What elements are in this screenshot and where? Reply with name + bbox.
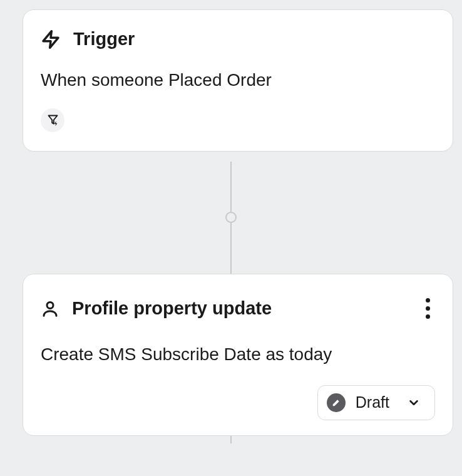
trigger-description: When someone Placed Order [41,68,435,92]
trigger-filter-badge[interactable] [41,108,64,132]
svg-marker-0 [43,31,58,48]
draft-status-icon [327,393,346,412]
trigger-title: Trigger [73,29,135,49]
trigger-card-header: Trigger [41,29,435,49]
status-dropdown[interactable]: Draft [317,385,435,420]
lightning-icon [41,29,61,49]
person-icon [41,299,59,318]
action-title: Profile property update [72,298,272,319]
svg-point-1 [47,302,53,308]
trigger-card[interactable]: Trigger When someone Placed Order [23,9,453,152]
action-description: Create SMS Subscribe Date as today [41,343,435,366]
action-card[interactable]: Profile property update Create SMS Subsc… [23,274,453,436]
filter-lightning-icon [46,113,59,127]
kebab-menu-icon[interactable] [421,293,435,324]
action-card-header: Profile property update [41,293,435,324]
status-row: Draft [41,385,435,420]
connector-add-node[interactable] [225,212,237,223]
chevron-down-icon [407,396,421,410]
status-label: Draft [356,393,389,411]
